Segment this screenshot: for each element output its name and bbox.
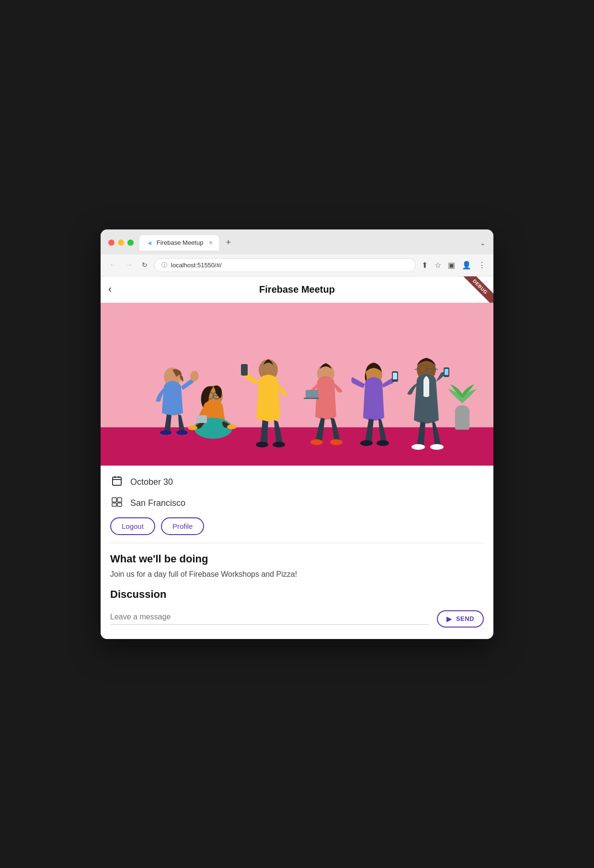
fullscreen-traffic-light[interactable] <box>127 240 134 246</box>
action-buttons: Logout Profile <box>101 517 493 543</box>
svg-point-20 <box>256 442 268 447</box>
send-button[interactable]: ▶ SEND <box>437 610 484 628</box>
event-info: October 30 San Francisco <box>101 466 493 511</box>
svg-point-30 <box>360 440 373 446</box>
discussion-title: Discussion <box>110 588 484 601</box>
content-section: What we'll be doing Join us for a day fu… <box>101 543 493 601</box>
send-label: SEND <box>456 615 474 622</box>
svg-point-5 <box>190 371 199 381</box>
doing-text: Join us for a day full of Firebase Works… <box>110 570 484 579</box>
svg-point-6 <box>160 430 171 435</box>
forward-nav-button[interactable]: → <box>124 260 135 270</box>
svg-rect-24 <box>304 398 319 399</box>
hero-image <box>101 303 493 466</box>
doing-title: What we'll be doing <box>110 553 484 565</box>
tab-close-button[interactable]: × <box>209 240 212 246</box>
svg-point-7 <box>176 430 188 435</box>
svg-point-15 <box>188 425 197 430</box>
svg-rect-47 <box>117 498 122 502</box>
message-input-wrap <box>110 613 429 625</box>
message-row: ▶ SEND <box>101 610 493 639</box>
svg-point-25 <box>310 439 323 445</box>
new-tab-button[interactable]: + <box>223 237 234 249</box>
svg-line-37 <box>434 369 438 369</box>
share-icon[interactable]: ⬆ <box>421 260 429 271</box>
svg-point-31 <box>377 440 389 446</box>
svg-point-16 <box>227 424 237 429</box>
svg-rect-17 <box>196 415 207 423</box>
location-icon <box>110 496 124 511</box>
browser-toolbar: ← → ↻ ⓘ localhost:51550/#/ ⬆ ☆ ▣ 👤 ⋮ <box>101 254 493 276</box>
close-traffic-light[interactable] <box>108 240 114 246</box>
tab-bar: ◄ Firebase Meetup × + ⌄ <box>139 235 486 251</box>
browser-titlebar: ◄ Firebase Meetup × + ⌄ <box>101 229 493 254</box>
svg-line-35 <box>415 369 419 369</box>
svg-rect-42 <box>113 477 121 485</box>
svg-rect-23 <box>306 390 318 399</box>
page-title: Firebase Meetup <box>259 284 335 295</box>
svg-point-26 <box>330 439 343 445</box>
bookmark-icon[interactable]: ☆ <box>434 260 442 271</box>
menu-icon[interactable]: ⋮ <box>477 260 487 271</box>
debug-badge: DEBUG <box>460 276 493 307</box>
back-nav-button[interactable]: ← <box>107 260 119 270</box>
tab-title: Firebase Meetup <box>157 239 204 246</box>
toolbar-actions: ⬆ ☆ ▣ 👤 ⋮ <box>421 260 487 271</box>
event-date: October 30 <box>130 477 173 487</box>
svg-rect-29 <box>393 373 397 379</box>
profile-button[interactable]: Profile <box>161 517 205 535</box>
send-icon: ▶ <box>446 615 452 623</box>
calendar-icon <box>110 475 124 490</box>
svg-rect-2 <box>455 408 469 430</box>
minimize-traffic-light[interactable] <box>118 240 124 246</box>
event-location: San Francisco <box>130 498 185 508</box>
svg-rect-46 <box>112 498 116 502</box>
logout-button[interactable]: Logout <box>110 517 155 535</box>
profile-icon[interactable]: 👤 <box>461 260 472 271</box>
svg-point-21 <box>273 442 285 447</box>
svg-rect-39 <box>445 369 448 375</box>
svg-point-41 <box>430 444 444 450</box>
refresh-button[interactable]: ↻ <box>140 260 149 270</box>
svg-rect-49 <box>117 503 122 506</box>
address-bar[interactable]: ⓘ localhost:51550/#/ <box>154 258 416 272</box>
active-tab[interactable]: ◄ Firebase Meetup × <box>139 235 219 251</box>
svg-point-40 <box>411 444 425 450</box>
svg-rect-19 <box>241 364 248 376</box>
location-row: San Francisco <box>110 496 484 511</box>
back-button[interactable]: ‹ <box>108 283 112 296</box>
message-input[interactable] <box>110 613 429 621</box>
browser-window: ◄ Firebase Meetup × + ⌄ ← → ↻ ⓘ localhos… <box>101 229 493 639</box>
tab-dropdown-button[interactable]: ⌄ <box>480 239 486 247</box>
date-row: October 30 <box>110 475 484 490</box>
app-content: ‹ Firebase Meetup DEBUG <box>101 276 493 639</box>
app-bar: ‹ Firebase Meetup DEBUG <box>101 276 493 303</box>
flutter-icon: ◄ <box>146 239 153 247</box>
traffic-lights <box>108 240 134 246</box>
hero-illustration <box>101 303 493 466</box>
address-text: localhost:51550/#/ <box>171 262 222 269</box>
info-icon: ⓘ <box>161 261 167 269</box>
svg-point-3 <box>457 405 468 411</box>
svg-rect-48 <box>112 503 116 506</box>
sidebar-icon[interactable]: ▣ <box>447 260 456 271</box>
